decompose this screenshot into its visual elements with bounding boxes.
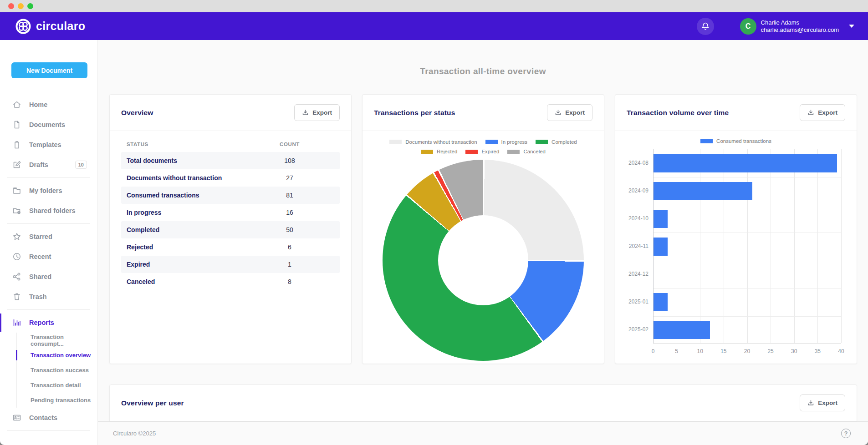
bar[interactable] (654, 154, 837, 172)
count-cell: 1 (260, 261, 319, 268)
download-icon (807, 109, 814, 116)
brand-name: circularo (36, 20, 85, 33)
bar[interactable] (654, 321, 710, 339)
legend-item[interactable]: Rejected (421, 147, 457, 157)
x-axis-tick: 10 (692, 348, 708, 354)
donut-legend: Documents without transactionIn progress… (363, 137, 604, 157)
donut-legend-row-1: Documents without transactionIn progress… (363, 137, 604, 147)
sidebar-item-drafts[interactable]: Drafts 10 (0, 155, 97, 175)
table-row: Rejected6 (121, 238, 340, 256)
sidebar-subitem-transaction-success[interactable]: Transaction success (17, 363, 97, 378)
bar-category-label: 2024-10 (615, 215, 648, 222)
table-row: Completed50 (121, 221, 340, 238)
legend-item[interactable]: Canceled (507, 147, 546, 157)
legend-item[interactable]: Expired (465, 147, 499, 157)
status-cell: Rejected (121, 243, 260, 251)
divider (7, 309, 90, 310)
star-icon (12, 232, 21, 241)
export-overview-button[interactable]: Export (294, 104, 340, 121)
sidebar-item-recent[interactable]: Recent (0, 247, 97, 267)
gridline (654, 177, 841, 177)
gridline (817, 149, 818, 343)
sidebar-item-shared-folders[interactable]: Shared folders (0, 201, 97, 221)
bar[interactable] (654, 182, 752, 200)
transaction-volume-card: Transaction volume over time Export (615, 94, 857, 364)
table-row: Canceled8 (121, 273, 340, 290)
download-icon (302, 109, 309, 116)
sidebar-item-contacts[interactable]: Contacts (0, 408, 97, 428)
overview-card: Overview Export STATUS COUNT (109, 94, 352, 364)
shared-folder-icon (12, 206, 21, 215)
minimize-window-button[interactable] (18, 3, 24, 9)
sidebar-subitem-pending-transactions[interactable]: Pending transactions (17, 393, 97, 408)
download-icon (807, 399, 814, 406)
legend-label: Canceled (523, 147, 546, 157)
close-window-button[interactable] (8, 3, 14, 9)
x-axis-tick: 15 (716, 348, 731, 354)
divider (7, 430, 90, 431)
sidebar-subitem-transaction-consumption[interactable]: Transaction consumpt... (17, 333, 97, 348)
sidebar-item-templates[interactable]: Templates (0, 135, 97, 155)
x-axis-tick: 20 (740, 348, 755, 354)
sidebar-item-trash[interactable]: Trash (0, 287, 97, 307)
donut-chart[interactable] (383, 160, 584, 361)
sidebar-item-home[interactable]: Home (0, 95, 97, 115)
divider (7, 223, 90, 224)
legend-label: Consumed transactions (716, 138, 771, 144)
sidebar-item-documents[interactable]: Documents (0, 115, 97, 135)
sidebar: New Document Home Documents Templates (0, 40, 98, 445)
card-title: Overview per user (121, 399, 184, 407)
main-content: Transaction all-time overview Overview E… (98, 40, 868, 445)
export-volume-chart-button[interactable]: Export (800, 104, 845, 121)
status-cell: Canceled (121, 278, 260, 285)
count-cell: 8 (260, 278, 319, 285)
table-row: Consumed transactions81 (121, 187, 340, 204)
sidebar-subitem-transaction-overview[interactable]: Transaction overview (17, 348, 97, 363)
new-document-button[interactable]: New Document (11, 62, 87, 78)
count-cell: 50 (260, 226, 319, 233)
x-axis-tick: 35 (810, 348, 825, 354)
x-axis-tick: 0 (645, 348, 661, 354)
legend-item[interactable]: Documents without transaction (389, 137, 477, 147)
legend-item[interactable]: Completed (536, 137, 577, 147)
home-icon (12, 100, 21, 109)
clock-icon (12, 252, 21, 261)
gridline (654, 261, 841, 261)
sidebar-item-my-folders[interactable]: My folders (0, 181, 97, 201)
bar[interactable] (654, 238, 668, 256)
legend-item[interactable]: Consumed transactions (700, 138, 771, 144)
download-icon (555, 109, 562, 116)
reports-submenu: Transaction consumpt... Transaction over… (16, 333, 97, 408)
export-status-chart-button[interactable]: Export (547, 104, 592, 121)
sidebar-item-reports[interactable]: Reports (0, 313, 97, 333)
overview-table: STATUS COUNT Total documents108Documents… (110, 131, 351, 290)
legend-swatch (465, 150, 478, 154)
user-menu[interactable]: C Charlie Adams charlie.adams@circularo.… (740, 18, 854, 35)
bar-category-label: 2024-08 (615, 160, 648, 166)
legend-label: Documents without transaction (405, 137, 477, 147)
bar-legend: Consumed transactions (615, 137, 857, 145)
sidebar-item-starred[interactable]: Starred (0, 227, 97, 247)
brand-logo[interactable]: circularo (15, 19, 85, 34)
x-axis-tick: 40 (833, 348, 849, 354)
export-per-user-button[interactable]: Export (800, 394, 845, 411)
divider (7, 177, 90, 178)
page-title: Transaction all-time overview (98, 66, 868, 76)
status-cell: Completed (121, 226, 260, 233)
bar[interactable] (654, 293, 668, 311)
bar-category-label: 2024-09 (615, 187, 648, 194)
gridline (654, 233, 841, 233)
sidebar-subitem-transaction-detail[interactable]: Transaction detail (17, 378, 97, 393)
legend-item[interactable]: In progress (485, 137, 528, 147)
notifications-button[interactable] (697, 18, 714, 35)
app-header: circularo C Charlie Adams charlie.adams@… (0, 12, 868, 40)
legend-label: Rejected (437, 147, 457, 157)
count-cell: 16 (260, 209, 319, 216)
status-column-header: STATUS (121, 142, 260, 147)
bar-plot (653, 149, 841, 344)
macos-titlebar (0, 0, 868, 12)
sidebar-item-shared[interactable]: Shared (0, 267, 97, 287)
bar[interactable] (654, 210, 668, 228)
zoom-window-button[interactable] (27, 3, 33, 9)
help-button[interactable]: ? (841, 429, 851, 438)
